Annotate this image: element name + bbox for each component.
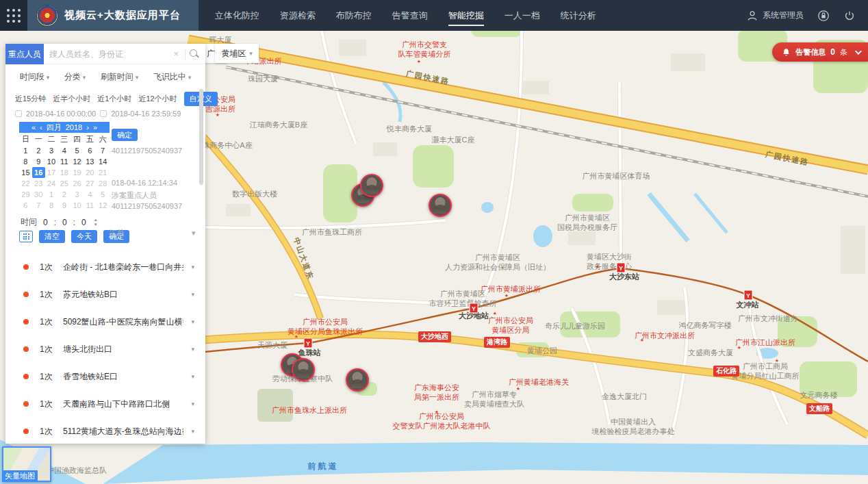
next-month-icon[interactable]: › [86,123,89,131]
calendar-day[interactable]: 8 [45,200,58,211]
security-lock-icon[interactable] [817,10,830,22]
search-icon[interactable] [189,49,200,60]
calendar-day[interactable]: 8 [19,156,32,167]
list-item[interactable]: 1次天麓南路与山下中路路口北侧▾ [5,390,205,418]
filter-1[interactable]: 分类▾ [64,71,86,83]
apps-grid-icon[interactable] [0,0,27,31]
metro-station-icon[interactable]: Y [304,338,313,348]
calendar-day[interactable]: 7 [97,145,110,156]
calendar-day[interactable]: 18 [58,167,71,178]
quick-range-1[interactable]: 近半个小时 [53,94,90,104]
chevron-down-icon[interactable]: ▾ [191,291,194,298]
chevron-down-icon[interactable] [855,48,862,55]
nav-item-0[interactable]: 立体化防控 [215,7,259,25]
chevron-down-icon[interactable]: ▾ [191,373,194,380]
calendar-day[interactable]: 7 [32,200,45,211]
calendar-day[interactable]: 10 [45,156,58,167]
nav-item-1[interactable]: 资源检索 [280,7,316,25]
face-capture-marker[interactable] [346,368,369,392]
calendar-day[interactable]: 29 [19,189,32,200]
filter-2[interactable]: 刷新时间▾ [101,71,139,83]
chevron-down-icon[interactable]: ▾ [191,428,194,435]
calendar-day[interactable]: 26 [71,178,84,189]
date-from-value[interactable]: 2018-04-16 00:00:00 [26,110,96,118]
next-year-icon[interactable]: » [93,123,97,131]
calendar-day[interactable]: 1 [19,145,32,156]
calendar-day[interactable]: 3 [71,189,84,200]
minimap-toggle[interactable]: 矢量地图 [2,446,51,482]
chevron-down-icon[interactable]: ▾ [191,346,194,353]
action-button-1[interactable]: 今天 [71,230,97,243]
list-item[interactable]: 1次5092蟹山路-中医院东南向蟹山横街▾ [5,308,205,335]
calendar-day[interactable]: 25 [58,178,71,189]
calendar-day[interactable]: 17 [45,167,58,178]
quick-range-0[interactable]: 近15分钟 [15,94,46,104]
calendar-day[interactable]: 6 [84,145,97,156]
calendar-day[interactable]: 23 [32,178,45,189]
calendar-day[interactable]: 9 [58,200,71,211]
calendar-day[interactable]: 4 [84,189,97,200]
calendar-day[interactable]: 5 [97,189,110,200]
date-to-checkbox[interactable] [100,110,107,117]
list-item[interactable]: 1次香雪地铁站E口▾ [5,363,205,390]
action-button-0[interactable]: 清空 [39,230,65,243]
prev-year-icon[interactable]: « [31,123,36,131]
calendar-day[interactable]: 10 [71,200,84,211]
tab-key-person[interactable]: 重点人员 [5,44,44,64]
quick-range-2[interactable]: 近1个小时 [97,94,131,104]
list-item[interactable]: 1次塘头北街出口▾ [5,335,205,363]
time-hour[interactable]: 0 [43,218,48,227]
time-minute[interactable]: 0 [62,218,67,227]
chevron-down-icon[interactable]: ▾ [191,318,194,325]
calendar-day[interactable]: 2 [32,145,45,156]
calendar-day[interactable]: 13 [84,156,97,167]
quick-range-3[interactable]: 近12个小时 [138,94,177,104]
nav-item-3[interactable]: 告警查询 [392,7,428,25]
calendar-day[interactable]: 9 [32,156,45,167]
calendar-day[interactable]: 22 [19,178,32,189]
nav-item-5[interactable]: 一人一档 [505,7,540,25]
calendar-day[interactable]: 19 [71,167,84,178]
metro-station-icon[interactable]: Y [617,263,626,273]
metro-station-icon[interactable]: Y [470,303,478,314]
search-input[interactable] [44,49,170,59]
chevron-down-icon[interactable]: ▾ [191,400,194,407]
calendar-day[interactable]: 21 [97,167,110,178]
list-item[interactable]: 1次5112黄埔大道东-鱼珠总站向海边街（全）▾ [5,418,205,445]
clear-icon[interactable]: × [170,49,181,59]
list-item[interactable]: 1次企岭街 - 北1巷栾岭东一巷口向井头▾ [5,253,205,281]
face-capture-marker[interactable] [429,194,452,217]
calendar-day[interactable]: 14 [97,156,110,167]
calendar-day[interactable]: 6 [19,200,32,211]
calendar-day[interactable]: 28 [97,178,110,189]
calendar-day[interactable]: 15 [19,167,32,178]
calendar-day[interactable]: 11 [58,156,71,167]
calendar-day[interactable]: 11 [84,200,97,211]
list-item[interactable]: 1次苏元地铁站B口▾ [5,281,205,308]
metro-station-icon[interactable]: Y [744,290,753,301]
alert-info-pill[interactable]: 告警信息 0 条 [772,42,868,62]
calendar-day[interactable]: 24 [45,178,58,189]
calendar-day[interactable]: 20 [84,167,97,178]
calendar-day[interactable]: 4 [58,145,71,156]
face-capture-marker[interactable] [360,174,383,197]
date-from-checkbox[interactable] [15,110,22,117]
prev-month-icon[interactable]: ‹ [40,123,42,131]
user-menu[interactable]: 系统管理员 [746,10,804,22]
time-second[interactable]: 0 [81,218,86,227]
calendar-day[interactable]: 27 [84,178,97,189]
filter-3[interactable]: 飞识比中▾ [153,71,192,83]
calendar-day-selected[interactable]: 16 [32,167,45,178]
chevron-down-icon[interactable]: ▾ [191,264,194,270]
time-stepper[interactable]: ▲▼ [94,218,98,227]
nav-item-6[interactable]: 统计分析 [561,7,596,25]
panel-scrollbar[interactable] [199,89,203,185]
calendar-day[interactable]: 12 [71,156,84,167]
calendar-day[interactable]: 3 [45,145,58,156]
calendar-confirm-button[interactable]: 确定 [112,129,138,141]
calendar-day[interactable]: 5 [71,145,84,156]
face-capture-marker[interactable] [292,358,315,381]
date-to-value[interactable]: 2018-04-16 23:59:59 [111,110,181,118]
district-select[interactable]: 黄埔区 ▾ [215,44,259,63]
nav-item-4[interactable]: 智能挖掘 [448,7,484,25]
